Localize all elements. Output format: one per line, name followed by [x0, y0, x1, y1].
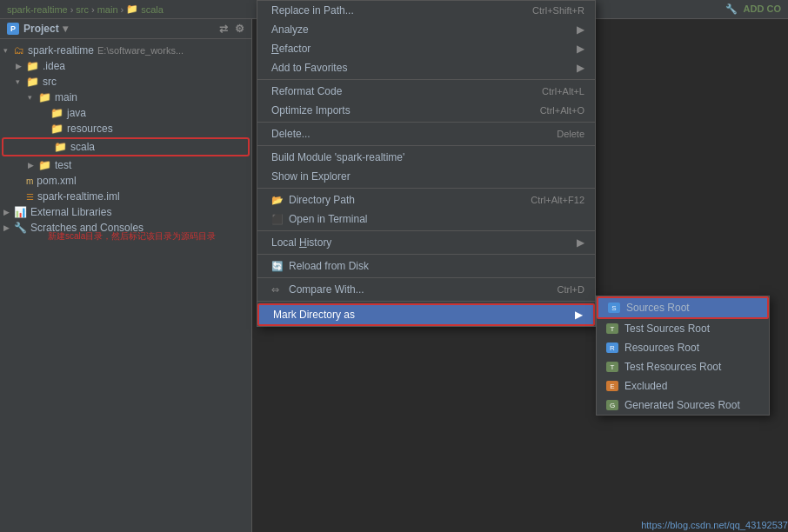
horizontal-split-icon[interactable]: ⇄: [219, 23, 228, 35]
menu-item-open-terminal[interactable]: ⬛ Open in Terminal: [257, 209, 595, 229]
breadcrumb-src: src: [76, 4, 89, 15]
tree-item-pom[interactable]: m pom.xml: [0, 173, 251, 189]
java-folder-icon: 📁: [50, 107, 63, 119]
project-icon: P: [7, 23, 19, 35]
folder-icon: 🗂: [14, 44, 24, 57]
submenu-item-test-sources[interactable]: T Test Sources Root: [597, 319, 769, 338]
tree-item-test[interactable]: ▶ 📁 test: [0, 157, 251, 173]
submenu-label: Excluded: [624, 380, 667, 392]
menu-item-reformat[interactable]: Reformat Code Ctrl+Alt+L: [257, 82, 595, 101]
submenu-item-test-resources[interactable]: T Test Resources Root: [597, 357, 769, 376]
tree-item-main[interactable]: ▾ 📁 main: [0, 90, 251, 105]
tree-label: resources: [67, 123, 113, 135]
menu-label: Refactor: [271, 43, 570, 55]
tree-item-scala[interactable]: 📁 scala: [2, 137, 250, 156]
menu-label: Reload from Disk: [289, 260, 584, 272]
tree-item-ext-libs[interactable]: ▶ 📊 External Libraries: [0, 204, 251, 220]
sidebar-title: Project: [23, 23, 59, 35]
resources-folder-icon: 📁: [50, 123, 63, 135]
add-co-button[interactable]: 🔧 ADD CO: [725, 3, 781, 15]
folder-icon: 📁: [26, 60, 39, 72]
menu-item-mark-directory[interactable]: Mark Directory as ▶: [257, 303, 595, 326]
arrow-icon: ▶: [28, 161, 38, 170]
menu-label: Directory Path: [289, 194, 513, 206]
submenu-item-excluded[interactable]: E Excluded: [597, 376, 769, 396]
menu-item-build[interactable]: Build Module 'spark-realtime': [257, 148, 595, 167]
menu-separator: [257, 188, 595, 189]
ext-libs-icon: 📊: [14, 206, 27, 218]
scala-folder-icon: 📁: [54, 141, 67, 153]
submenu-arrow-icon: ▶: [575, 309, 583, 321]
shortcut-label: Ctrl+Alt+F12: [531, 195, 584, 205]
submenu-label: Test Resources Root: [624, 361, 721, 373]
watermark: https://blog.csdn.net/qq_43192537: [641, 520, 788, 530]
submenu-arrow-icon: ▶: [577, 23, 584, 36]
menu-separator: [257, 277, 595, 278]
submenu-arrow-icon: ▶: [577, 43, 584, 55]
test-sources-icon: T: [605, 323, 619, 335]
submenu-item-sources-root[interactable]: S Sources Root: [597, 296, 769, 319]
menu-item-refactor[interactable]: Refactor ▶: [257, 39, 595, 58]
tree-label: spark-realtime.iml: [37, 190, 120, 203]
menu-separator: [257, 145, 595, 146]
submenu-label: Generated Sources Root: [624, 399, 740, 411]
xml-file-icon: m: [26, 176, 33, 186]
submenu: S Sources Root T Test Sources Root R Res…: [596, 296, 770, 416]
menu-item-favorites[interactable]: Add to Favorites ▶: [257, 58, 595, 77]
menu-item-local-history[interactable]: Local History ▶: [257, 233, 595, 252]
menu-item-analyze[interactable]: Analyze ▶: [257, 20, 595, 39]
folder-icon: 📁: [26, 76, 39, 88]
submenu-item-resources-root[interactable]: R Resources Root: [597, 338, 769, 357]
menu-separator: [257, 79, 595, 80]
submenu-label: Sources Root: [626, 302, 690, 314]
folder-icon: 📁: [38, 159, 51, 171]
annotation-text: 新建scala目录，然后标记该目录为源码目录: [48, 230, 216, 243]
sidebar-caret: ▾: [63, 23, 68, 35]
shortcut-label: Ctrl+Shift+R: [532, 5, 584, 16]
menu-label: Analyze: [271, 23, 570, 36]
menu-label: Open in Terminal: [289, 213, 584, 225]
tree-item-resources[interactable]: 📁 resources: [0, 121, 251, 136]
tree-label: test: [55, 159, 71, 171]
menu-item-reload[interactable]: 🔄 Reload from Disk: [257, 256, 595, 276]
shortcut-label: Ctrl+Alt+O: [540, 105, 584, 116]
excluded-icon: E: [605, 380, 619, 392]
submenu-label: Resources Root: [624, 342, 699, 354]
menu-item-show-explorer[interactable]: Show in Explorer: [257, 167, 595, 186]
submenu-label: Test Sources Root: [624, 323, 710, 335]
menu-item-compare[interactable]: ⇔ Compare With... Ctrl+D: [257, 280, 595, 299]
tree-item-spark-realtime[interactable]: ▾ 🗂 spark-realtime E:\software_works...: [0, 43, 251, 58]
tree-item-iml[interactable]: ☰ spark-realtime.iml: [0, 189, 251, 204]
submenu-item-generated-sources[interactable]: G Generated Sources Root: [597, 396, 769, 415]
menu-item-dir-path[interactable]: 📂 Directory Path Ctrl+Alt+F12: [257, 190, 595, 209]
tree-label: spark-realtime: [28, 44, 94, 57]
shortcut-label: Ctrl+Alt+L: [542, 86, 584, 96]
menu-item-delete[interactable]: Delete... Delete: [257, 124, 595, 143]
dir-path-icon: 📂: [271, 195, 284, 206]
test-resources-icon: T: [605, 361, 619, 373]
breadcrumb-main: main: [97, 4, 118, 15]
iml-file-icon: ☰: [26, 192, 34, 202]
tree-item-java[interactable]: 📁 java: [0, 105, 251, 121]
breadcrumb-scala: scala: [141, 4, 164, 15]
menu-label: Compare With...: [289, 283, 540, 296]
terminal-icon: ⬛: [271, 214, 284, 225]
menu-separator: [257, 301, 595, 302]
menu-label: Add to Favorites: [271, 62, 570, 74]
arrow-icon: ▾: [28, 93, 38, 102]
tree-label: scala: [70, 141, 95, 153]
menu-label: Replace in Path...: [271, 4, 515, 17]
settings-icon[interactable]: ⚙: [235, 23, 244, 35]
shortcut-label: Ctrl+D: [558, 284, 584, 295]
tree-label: pom.xml: [37, 175, 76, 187]
sources-icon: S: [607, 302, 621, 314]
arrow-icon: ▶: [3, 208, 14, 216]
menu-item-optimize[interactable]: Optimize Imports Ctrl+Alt+O: [257, 101, 595, 120]
shortcut-label: Delete: [557, 129, 584, 139]
menu-item-replace[interactable]: Replace in Path... Ctrl+Shift+R: [257, 1, 595, 20]
context-menu: Replace in Path... Ctrl+Shift+R Analyze …: [257, 0, 596, 327]
reload-icon: 🔄: [271, 261, 284, 272]
tree-item-idea[interactable]: ▶ 📁 .idea: [0, 58, 251, 74]
tree-label: src: [43, 76, 57, 88]
tree-item-src[interactable]: ▾ 📁 src: [0, 74, 251, 90]
